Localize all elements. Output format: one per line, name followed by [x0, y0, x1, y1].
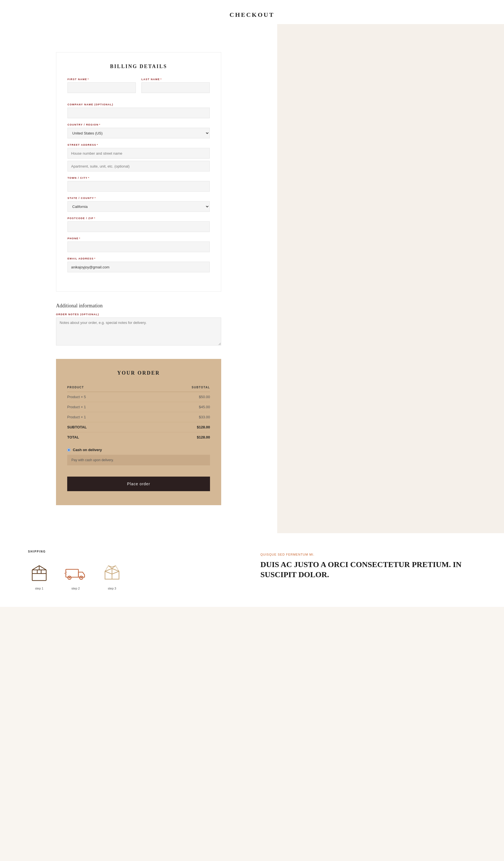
- shipping-steps: SHIPPING step 1: [28, 550, 243, 590]
- email-group: EMAIL ADDRESS*: [68, 257, 210, 272]
- phone-input[interactable]: [68, 242, 210, 252]
- step-1-label: step 1: [35, 587, 43, 590]
- page-title-area: CHECKOUT: [0, 0, 504, 24]
- total-label: TOTAL: [67, 432, 141, 442]
- shipping-heading: DUIS AC JUSTO A ORCI CONSECTETUR PRETIUM…: [261, 560, 476, 580]
- subtotal-label: SUBTOTAL: [67, 422, 141, 432]
- right-column: [277, 41, 504, 533]
- postcode-group: POSTCODE / ZIP*: [68, 217, 210, 232]
- additional-title: Additional information: [56, 303, 221, 309]
- payment-label: Cash on delivery: [73, 448, 102, 452]
- box-icon: [28, 561, 51, 584]
- item-price: $50.00: [141, 392, 210, 402]
- country-label: COUNTRY / REGION*: [68, 123, 210, 126]
- town-label: TOWN / CITY*: [68, 177, 210, 179]
- place-order-button[interactable]: Place order: [67, 477, 210, 491]
- order-notes-group: ORDER NOTES (OPTIONAL): [56, 313, 221, 345]
- table-row: Product × 1 $33.00: [67, 412, 210, 422]
- checkout-form-wrapper: BILLING DETAILS FIRST NAME* LAST NAME*: [47, 41, 229, 516]
- order-notes-textarea[interactable]: [56, 317, 221, 345]
- email-label: EMAIL ADDRESS*: [68, 257, 210, 260]
- item-name: Product × 1: [67, 412, 141, 422]
- subtotal-row: SUBTOTAL $128.00: [67, 422, 210, 432]
- shipping-subtitle: QUISQUE SED FERMENTUM MI.: [261, 553, 476, 556]
- total-value: $128.00: [141, 432, 210, 442]
- open-box-icon: [101, 561, 123, 584]
- company-group: COMPANY NAME (OPTIONAL): [68, 103, 210, 118]
- state-select[interactable]: California New York Texas Florida: [68, 201, 210, 212]
- additional-section: Additional information ORDER NOTES (OPTI…: [56, 300, 221, 356]
- item-name: Product × 1: [67, 402, 141, 412]
- step-2-label: step 2: [71, 587, 80, 590]
- state-label: STATE / COUNTY*: [68, 197, 210, 200]
- order-notes-label: ORDER NOTES (OPTIONAL): [56, 313, 221, 316]
- item-price: $33.00: [141, 412, 210, 422]
- top-banner-right: [277, 24, 504, 41]
- main-layout: BILLING DETAILS FIRST NAME* LAST NAME*: [0, 41, 504, 533]
- phone-label: PHONE*: [68, 237, 210, 240]
- step-2-item: step 2: [65, 561, 87, 590]
- col-subtotal: SUBTOTAL: [141, 383, 210, 392]
- billing-title: BILLING DETAILS: [68, 64, 210, 69]
- company-label: COMPANY NAME (OPTIONAL): [68, 103, 210, 106]
- payment-radio[interactable]: [67, 448, 71, 452]
- svg-rect-0: [32, 570, 46, 580]
- bottom-section: SHIPPING step 1: [0, 533, 504, 607]
- payment-desc: Pay with cash upon delivery.: [67, 455, 210, 465]
- table-row: Product × 1 $45.00: [67, 402, 210, 412]
- svg-rect-5: [66, 569, 79, 577]
- postcode-label: POSTCODE / ZIP*: [68, 217, 210, 220]
- last-name-input[interactable]: [141, 82, 210, 93]
- page-title: CHECKOUT: [0, 11, 504, 18]
- top-banner-left: [0, 24, 277, 41]
- left-column: BILLING DETAILS FIRST NAME* LAST NAME*: [0, 41, 277, 533]
- town-input[interactable]: [68, 181, 210, 192]
- name-row: FIRST NAME* LAST NAME*: [68, 78, 210, 98]
- payment-section: Cash on delivery Pay with cash upon deli…: [67, 448, 210, 465]
- billing-section: BILLING DETAILS FIRST NAME* LAST NAME*: [56, 52, 221, 292]
- country-select[interactable]: United States (US) Canada United Kingdom…: [68, 128, 210, 138]
- item-name: Product × 5: [67, 392, 141, 402]
- item-price: $45.00: [141, 402, 210, 412]
- subtotal-value: $128.00: [141, 422, 210, 432]
- table-row: Product × 5 $50.00: [67, 392, 210, 402]
- shipping-text-area: QUISQUE SED FERMENTUM MI. DUIS AC JUSTO …: [261, 550, 476, 580]
- first-name-label: FIRST NAME*: [68, 78, 136, 81]
- street-group: STREET ADDRESS*: [68, 144, 210, 172]
- col-product: PRODUCT: [67, 383, 141, 392]
- svg-point-9: [81, 577, 82, 578]
- order-title: YOUR ORDER: [67, 370, 210, 376]
- truck-icon: [65, 561, 87, 584]
- company-input[interactable]: [68, 108, 210, 118]
- top-banner: [0, 24, 504, 41]
- state-group: STATE / COUNTY* California New York Texa…: [68, 197, 210, 212]
- shipping-label: SHIPPING: [28, 550, 243, 553]
- order-section: YOUR ORDER PRODUCT SUBTOTAL Product × 5 …: [56, 359, 221, 505]
- country-group: COUNTRY / REGION* United States (US) Can…: [68, 123, 210, 138]
- step-3-label: step 3: [108, 587, 116, 590]
- steps-row: step 1 step 2: [28, 561, 243, 590]
- town-group: TOWN / CITY*: [68, 177, 210, 192]
- street-label: STREET ADDRESS*: [68, 144, 210, 146]
- order-table: PRODUCT SUBTOTAL Product × 5 $50.00 Prod…: [67, 383, 210, 442]
- street-input-1[interactable]: [68, 148, 210, 159]
- last-name-label: LAST NAME*: [141, 78, 210, 81]
- phone-group: PHONE*: [68, 237, 210, 252]
- first-name-input[interactable]: [68, 82, 136, 93]
- last-name-group: LAST NAME*: [141, 78, 210, 93]
- step-1-item: step 1: [28, 561, 51, 590]
- svg-point-7: [69, 577, 70, 578]
- total-row: TOTAL $128.00: [67, 432, 210, 442]
- first-name-group: FIRST NAME*: [68, 78, 136, 93]
- postcode-input[interactable]: [68, 221, 210, 232]
- step-3-item: step 3: [101, 561, 123, 590]
- street-input-2[interactable]: [68, 161, 210, 172]
- payment-option: Cash on delivery: [67, 448, 210, 452]
- email-input[interactable]: [68, 262, 210, 272]
